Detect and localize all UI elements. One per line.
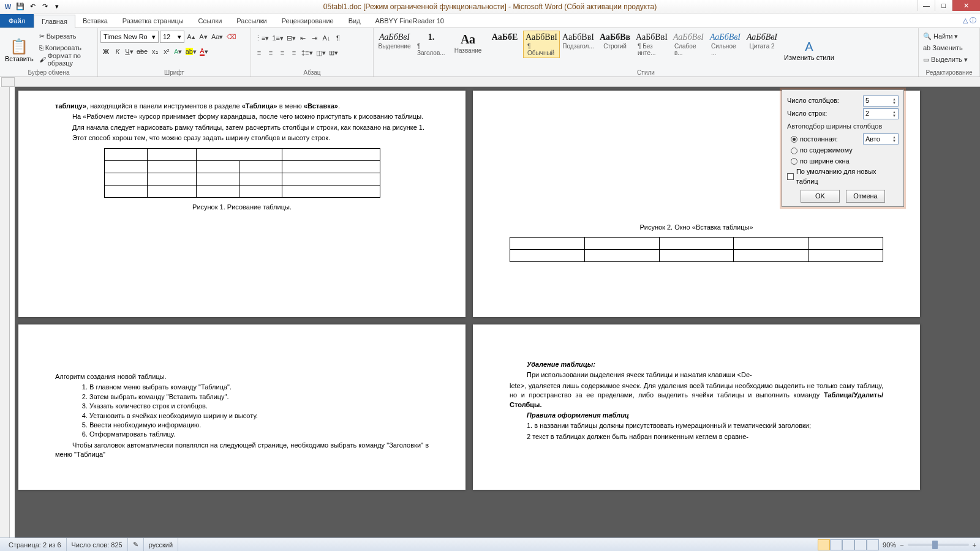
redo-icon[interactable]: ↷ bbox=[39, 1, 50, 12]
decrease-indent-button[interactable]: ⇤ bbox=[298, 32, 309, 44]
minimize-button[interactable]: — bbox=[918, 0, 935, 11]
style-intense[interactable]: АаБбВвIСильное ... bbox=[707, 31, 744, 58]
font-size-combo[interactable]: 12▾ bbox=[160, 31, 184, 43]
save-icon[interactable]: 💾 bbox=[15, 1, 26, 12]
word-logo-icon[interactable]: W bbox=[2, 1, 13, 12]
ok-button[interactable]: OK bbox=[801, 190, 840, 203]
zoom-out-button[interactable]: − bbox=[900, 541, 903, 549]
tab-insert[interactable]: Вставка bbox=[75, 14, 115, 28]
tab-mailings[interactable]: Рассылки bbox=[229, 14, 274, 28]
status-proofing[interactable]: ✎ bbox=[128, 538, 144, 551]
status-words[interactable]: Число слов: 825 bbox=[67, 538, 128, 551]
subscript-button[interactable]: x₂ bbox=[149, 45, 160, 58]
radio-content[interactable]: по содержимому bbox=[787, 146, 899, 155]
checkbox-remember[interactable]: По умолчанию для новых таблиц bbox=[787, 167, 899, 186]
undo-icon[interactable]: ↶ bbox=[27, 1, 38, 12]
style-quote[interactable]: АаБбВвIЦитата 2 bbox=[744, 31, 780, 58]
figure-caption: Рисунок 1. Рисование таблицы. bbox=[55, 203, 429, 212]
document-workspace[interactable]: таблицу», находящийся в панели инструмен… bbox=[15, 87, 980, 538]
align-center-button[interactable]: ≡ bbox=[265, 47, 276, 59]
style-emphasis[interactable]: АаБбВвIВыделение bbox=[376, 31, 413, 58]
status-page[interactable]: Страница: 2 из 6 bbox=[4, 538, 67, 551]
font-color-button[interactable]: A▾ bbox=[198, 45, 209, 58]
style-subtitle[interactable]: АаБбВвIПодзагол... bbox=[560, 31, 597, 58]
draft-view[interactable] bbox=[867, 539, 879, 550]
web-layout-view[interactable] bbox=[842, 539, 854, 550]
cols-input[interactable]: 5▲▼ bbox=[863, 96, 899, 107]
replace-button[interactable]: abЗаменить bbox=[921, 42, 970, 53]
style-subtle[interactable]: АаБбВвIСлабое в... bbox=[670, 31, 707, 58]
ruler-corner[interactable] bbox=[1, 77, 15, 87]
align-left-button[interactable]: ≡ bbox=[254, 47, 265, 59]
select-button[interactable]: ▭Выделить ▾ bbox=[921, 54, 970, 65]
justify-button[interactable]: ≡ bbox=[288, 47, 300, 59]
increase-indent-button[interactable]: ⇥ bbox=[309, 32, 320, 44]
align-right-button[interactable]: ≡ bbox=[277, 47, 288, 59]
restore-button[interactable]: □ bbox=[935, 0, 952, 11]
view-mode-buttons bbox=[818, 539, 879, 550]
tab-view[interactable]: Вид bbox=[341, 14, 368, 28]
font-name-combo[interactable]: Times New Ro▾ bbox=[100, 31, 159, 43]
line-spacing-button[interactable]: ‡≡▾ bbox=[300, 47, 314, 59]
close-button[interactable]: ✕ bbox=[952, 0, 980, 11]
tab-home[interactable]: Главная bbox=[34, 15, 75, 28]
strikethrough-button[interactable]: abc bbox=[135, 45, 149, 58]
vertical-ruler[interactable] bbox=[0, 87, 10, 538]
outline-view[interactable] bbox=[854, 539, 867, 550]
change-case-button[interactable]: Aa▾ bbox=[210, 31, 224, 43]
clear-formatting-button[interactable]: ⌫ bbox=[225, 31, 238, 43]
spinner-icon[interactable]: ▲▼ bbox=[892, 135, 896, 143]
multilevel-button[interactable]: ⊟▾ bbox=[285, 32, 297, 44]
ribbon-minimize-icon[interactable]: △ ⓘ bbox=[963, 16, 976, 25]
tab-review[interactable]: Рецензирование bbox=[274, 14, 341, 28]
radio-fixed[interactable]: постоянная: Авто▲▼ bbox=[787, 133, 899, 144]
file-tab[interactable]: Файл bbox=[0, 14, 34, 28]
highlight-button[interactable]: ab▾ bbox=[184, 45, 198, 58]
horizontal-ruler[interactable] bbox=[15, 77, 980, 87]
rows-input[interactable]: 2▲▼ bbox=[863, 108, 899, 119]
show-marks-button[interactable]: ¶ bbox=[333, 32, 344, 44]
styles-gallery[interactable]: АаБбВвIВыделение 1.¶ Заголов... АаНазван… bbox=[376, 31, 780, 58]
proofing-icon: ✎ bbox=[133, 541, 138, 549]
numbering-button[interactable]: 1≡▾ bbox=[271, 32, 285, 44]
bullets-button[interactable]: ⋮≡▾ bbox=[254, 32, 270, 44]
tab-references[interactable]: Ссылки bbox=[191, 14, 230, 28]
underline-button[interactable]: Ч▾ bbox=[124, 45, 135, 58]
style-title[interactable]: АаНазвание bbox=[450, 31, 486, 58]
cut-button[interactable]: ✂Вырезать bbox=[37, 31, 95, 42]
zoom-thumb[interactable] bbox=[932, 541, 938, 549]
zoom-value[interactable]: 90% bbox=[883, 541, 896, 549]
cancel-button[interactable]: Отмена bbox=[846, 190, 885, 203]
print-layout-view[interactable] bbox=[818, 539, 830, 550]
shrink-font-button[interactable]: A▾ bbox=[198, 31, 209, 43]
fixed-width-input[interactable]: Авто▲▼ bbox=[863, 133, 899, 144]
tab-page-layout[interactable]: Разметка страницы bbox=[115, 14, 191, 28]
change-styles-button[interactable]: A Изменить стили bbox=[782, 31, 837, 70]
spinner-icon[interactable]: ▲▼ bbox=[892, 110, 896, 118]
spinner-icon[interactable]: ▲▼ bbox=[892, 97, 896, 105]
qat-more-icon[interactable]: ▾ bbox=[51, 1, 62, 12]
zoom-in-button[interactable]: + bbox=[973, 541, 976, 549]
group-label-paragraph: Абзац bbox=[251, 69, 373, 76]
style-nospacing[interactable]: АаБбВвI¶ Без инте... bbox=[633, 31, 670, 58]
fullscreen-reading-view[interactable] bbox=[830, 539, 842, 550]
radio-window[interactable]: по ширине окна bbox=[787, 157, 899, 166]
tab-finereader[interactable]: ABBYY FineReader 10 bbox=[368, 14, 451, 28]
status-language[interactable]: русский bbox=[144, 538, 178, 551]
shading-button[interactable]: ◫▾ bbox=[315, 47, 327, 59]
italic-button[interactable]: К bbox=[112, 45, 123, 58]
format-painter-button[interactable]: 🖌Формат по образцу bbox=[37, 54, 95, 65]
style-strong[interactable]: АаБбВвСтрогий bbox=[597, 31, 633, 58]
paste-button[interactable]: 📋 Вставить bbox=[2, 31, 36, 70]
sort-button[interactable]: A↓ bbox=[321, 32, 332, 44]
style-normal[interactable]: АаБбВвI¶ Обычный bbox=[523, 31, 560, 58]
grow-font-button[interactable]: A▴ bbox=[186, 31, 197, 43]
zoom-slider[interactable] bbox=[908, 544, 969, 546]
style-subtitle2[interactable]: АаБбЕ bbox=[486, 31, 523, 58]
style-heading[interactable]: 1.¶ Заголов... bbox=[413, 31, 450, 58]
borders-button[interactable]: ⊞▾ bbox=[328, 47, 339, 59]
bold-button[interactable]: Ж bbox=[100, 45, 111, 58]
find-button[interactable]: 🔍Найти ▾ bbox=[921, 31, 970, 42]
superscript-button[interactable]: x² bbox=[161, 45, 172, 58]
text-effects-button[interactable]: A▾ bbox=[173, 45, 184, 58]
